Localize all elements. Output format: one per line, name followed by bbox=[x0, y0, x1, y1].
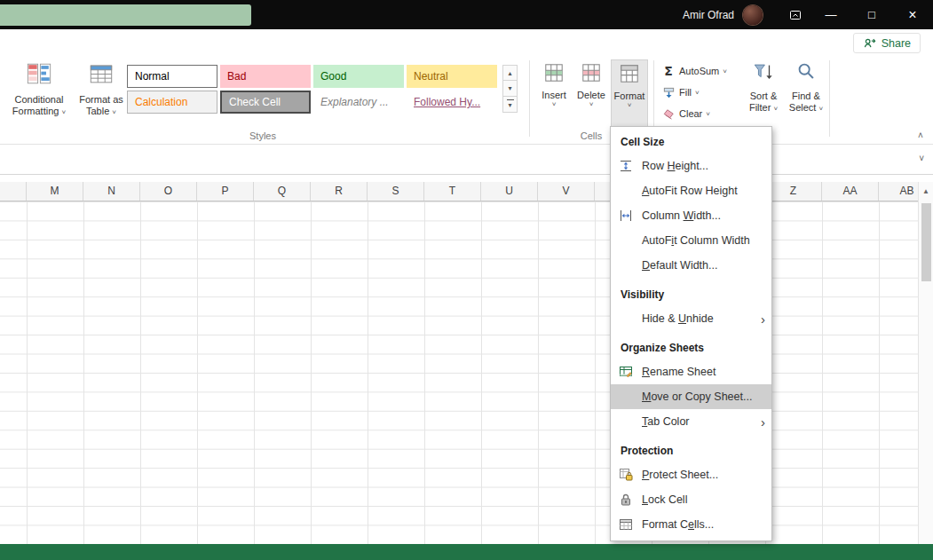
menu-item-rename-sheet[interactable]: Rename Sheet bbox=[611, 359, 771, 384]
column-header[interactable]: N bbox=[83, 182, 140, 201]
vertical-scrollbar[interactable]: ▲ bbox=[918, 182, 933, 544]
formula-bar-expand-button[interactable]: ˅ bbox=[919, 154, 924, 163]
column-header[interactable]: Q bbox=[254, 182, 311, 201]
column-header[interactable]: Z bbox=[765, 182, 822, 201]
scrollbar-up-icon: ▲ bbox=[922, 187, 929, 195]
minimize-button[interactable]: — bbox=[810, 0, 851, 29]
close-button[interactable]: × bbox=[892, 0, 933, 29]
gallery-scroll-up-button[interactable]: ▴ bbox=[502, 65, 518, 81]
menu-item-protect-sheet[interactable]: Protect Sheet... bbox=[611, 462, 771, 487]
close-icon: × bbox=[908, 7, 916, 23]
maximize-button[interactable]: □ bbox=[851, 0, 892, 29]
column-header-partial[interactable] bbox=[0, 182, 27, 201]
column-header[interactable]: V bbox=[538, 182, 595, 201]
format-as-table-label-line1: Format as bbox=[79, 94, 123, 106]
formula-bar[interactable]: ˅ bbox=[0, 145, 933, 175]
insert-label: Insert bbox=[542, 90, 566, 100]
style-check-cell[interactable]: Check Cell bbox=[220, 91, 311, 114]
find-select-icon bbox=[795, 60, 818, 86]
chevron-down-icon: ˅ bbox=[552, 100, 557, 108]
column-header[interactable]: U bbox=[481, 182, 538, 201]
menu-item-move-or-copy-sheet[interactable]: Move or Copy Sheet... bbox=[611, 384, 771, 409]
gallery-scroll-down-button[interactable]: ▾ bbox=[502, 81, 518, 97]
style-neutral[interactable]: Neutral bbox=[407, 65, 497, 88]
user-avatar[interactable] bbox=[743, 5, 763, 25]
chevron-down-icon: ˅ bbox=[589, 100, 594, 108]
style-followed-hyperlink[interactable]: Followed Hy... bbox=[407, 91, 497, 114]
scroll-up-icon: ▴ bbox=[508, 69, 511, 77]
scrollbar-thumb[interactable] bbox=[921, 203, 931, 281]
more-bar bbox=[507, 99, 514, 100]
format-button[interactable]: Format ˅ bbox=[611, 59, 648, 127]
excel-window: Amir Ofrad — □ × Share bbox=[0, 0, 933, 560]
share-label: Share bbox=[882, 37, 911, 50]
menu-section-cell-size: Cell Size bbox=[611, 130, 771, 154]
style-normal[interactable]: Normal bbox=[127, 65, 217, 88]
column-header[interactable]: AA bbox=[822, 182, 879, 201]
menu-item-label: Protect Sheet... bbox=[642, 469, 718, 481]
group-separator bbox=[529, 60, 530, 137]
user-name[interactable]: Amir Ofrad bbox=[683, 9, 734, 21]
menu-item-format-cells[interactable]: Format Cells... bbox=[611, 512, 771, 537]
insert-button[interactable]: Insert ˅ bbox=[536, 59, 572, 127]
menu-item-label: Move or Copy Sheet... bbox=[642, 390, 752, 403]
menu-item-autofit-column-width[interactable]: AutoFit Column Width bbox=[611, 228, 771, 253]
menu-item-tab-color[interactable]: Tab Color › bbox=[611, 409, 771, 434]
styles-gallery-scroll: ▴ ▾ ▾ bbox=[502, 65, 518, 113]
style-explanatory[interactable]: Explanatory ... bbox=[313, 91, 404, 114]
gallery-more-button[interactable]: ▾ bbox=[502, 97, 518, 113]
style-bad[interactable]: Bad bbox=[220, 65, 311, 88]
format-as-table-button[interactable]: Format as Table ˅ bbox=[76, 58, 126, 118]
menu-item-label: Row Height... bbox=[642, 160, 708, 172]
ribbon-display-options-button[interactable] bbox=[780, 0, 810, 29]
menu-section-organize-sheets: Organize Sheets bbox=[611, 336, 771, 359]
delete-button[interactable]: Delete ˅ bbox=[573, 59, 609, 127]
title-search-box[interactable] bbox=[0, 4, 251, 26]
format-as-table-icon bbox=[88, 60, 115, 90]
menu-item-default-width[interactable]: Default Width... bbox=[611, 253, 771, 278]
menu-item-row-height[interactable]: Row Height... bbox=[611, 154, 771, 178]
column-header[interactable]: S bbox=[368, 182, 424, 201]
column-header[interactable]: P bbox=[197, 182, 254, 201]
chevron-down-icon: ˅ bbox=[919, 154, 924, 163]
menu-item-autofit-row-height[interactable]: AutoFit Row Height bbox=[611, 178, 771, 203]
clear-button[interactable]: Clear ˅ bbox=[660, 104, 742, 123]
chevron-down-icon: ˅ bbox=[706, 110, 710, 118]
autosum-button[interactable]: Σ AutoSum ˅ bbox=[660, 61, 742, 81]
column-header[interactable]: M bbox=[27, 182, 83, 201]
lock-icon bbox=[618, 493, 634, 507]
sigma-icon: Σ bbox=[660, 64, 676, 78]
ribbon-tab-strip: Share bbox=[0, 29, 933, 56]
menu-item-lock-cell[interactable]: Lock Cell bbox=[611, 487, 771, 512]
sort-filter-label-line1: Sort & bbox=[750, 91, 778, 102]
maximize-icon: □ bbox=[868, 8, 875, 21]
column-header[interactable]: R bbox=[311, 182, 368, 201]
more-styles-icon: ▾ bbox=[508, 101, 511, 109]
style-good[interactable]: Good bbox=[313, 65, 404, 88]
column-header[interactable]: AB bbox=[879, 182, 918, 201]
find-select-button[interactable]: Find & Select ˅ bbox=[785, 58, 827, 114]
column-header[interactable]: T bbox=[424, 182, 481, 201]
style-calculation[interactable]: Calculation bbox=[127, 91, 217, 114]
menu-item-label: AutoFit Column Width bbox=[642, 234, 750, 247]
spreadsheet-grid[interactable] bbox=[0, 201, 918, 544]
share-button[interactable]: Share bbox=[853, 33, 921, 53]
fill-button[interactable]: Fill ˅ bbox=[660, 83, 742, 102]
menu-item-column-width[interactable]: Column Width... bbox=[611, 203, 771, 228]
chevron-down-icon: ˅ bbox=[112, 108, 116, 116]
scrollbar-up-button[interactable]: ▲ bbox=[919, 182, 933, 200]
titlebar: Amir Ofrad — □ × bbox=[0, 0, 933, 29]
chevron-down-icon: ˅ bbox=[773, 105, 778, 113]
chevron-down-icon: ˅ bbox=[723, 67, 727, 75]
find-select-label-line1: Find & bbox=[792, 91, 820, 102]
menu-item-label: Default Width... bbox=[642, 259, 717, 272]
column-header[interactable]: O bbox=[140, 182, 197, 201]
menu-item-label: Rename Sheet bbox=[642, 366, 716, 378]
scroll-down-icon: ▾ bbox=[508, 84, 511, 92]
sort-filter-button[interactable]: Sort & Filter ˅ bbox=[742, 58, 785, 114]
conditional-formatting-button[interactable]: Conditional Formatting ˅ bbox=[4, 58, 75, 118]
menu-item-hide-unhide[interactable]: Hide & Unhide › bbox=[611, 306, 771, 331]
collapse-ribbon-button[interactable]: ˄ bbox=[913, 130, 929, 140]
autosum-label: AutoSum bbox=[679, 66, 719, 76]
delete-label: Delete bbox=[577, 90, 605, 100]
